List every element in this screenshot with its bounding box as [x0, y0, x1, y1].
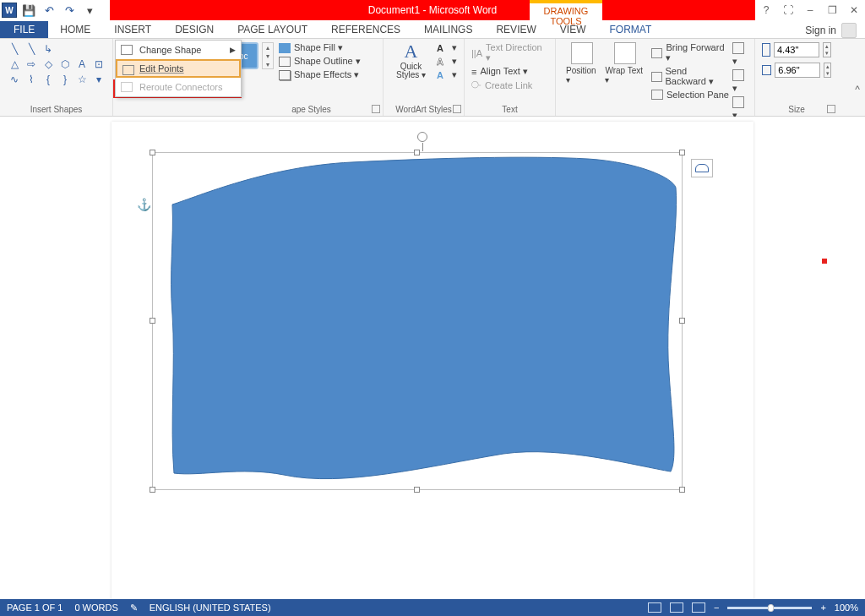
save-button[interactable]: 💾	[20, 2, 37, 19]
text-effects-button[interactable]: A▾	[437, 69, 457, 80]
status-language[interactable]: ENGLISH (UNITED STATES)	[150, 602, 271, 613]
rotate-handle[interactable]	[417, 132, 427, 142]
resize-handle-ne[interactable]	[679, 150, 685, 155]
layout-options-button[interactable]	[691, 159, 713, 177]
quick-styles-button[interactable]: A Quick Styles ▾	[390, 42, 432, 80]
height-spinner[interactable]: ▴▾	[823, 42, 831, 57]
shape-brace-icon[interactable]: {	[41, 73, 56, 86]
position-button[interactable]: Position ▾	[563, 42, 601, 121]
shape-triangle-icon[interactable]: △	[7, 57, 22, 71]
send-backward-icon	[651, 72, 662, 82]
status-words[interactable]: 0 WORDS	[74, 602, 117, 613]
view-web-icon[interactable]	[692, 602, 705, 613]
size-dialog-launcher[interactable]	[827, 105, 835, 113]
group-label-shape-styles: ape Styles	[145, 103, 376, 116]
qat-more-button[interactable]: ▾	[81, 2, 98, 19]
shape-star-icon[interactable]: ☆	[74, 73, 90, 86]
tab-review[interactable]: REVIEW	[484, 21, 547, 38]
width-input[interactable]	[775, 63, 820, 78]
group-button[interactable]: ▾	[732, 69, 748, 94]
text-outline-icon: A	[437, 57, 449, 67]
status-proofing-icon[interactable]: ✎	[130, 602, 138, 613]
shape-line2-icon[interactable]: ╲	[24, 42, 39, 56]
shape-connector-icon[interactable]: ↳	[41, 42, 56, 56]
window-controls: ? ⛶ – ❐ ✕	[755, 0, 865, 20]
shape-arrow-icon[interactable]: ⇨	[24, 57, 39, 71]
shape-diamond-icon[interactable]: ◇	[41, 57, 56, 71]
wordart-dialog-launcher[interactable]	[453, 105, 461, 113]
width-spinner[interactable]: ▴▾	[824, 63, 831, 78]
shape-more-icon[interactable]: ▾	[91, 73, 106, 86]
tab-page-layout[interactable]: PAGE LAYOUT	[226, 21, 319, 38]
undo-button[interactable]: ↶	[41, 2, 57, 19]
view-print-icon[interactable]	[670, 602, 683, 613]
zoom-in-button[interactable]: +	[820, 602, 825, 613]
tab-mailings[interactable]: MAILINGS	[412, 21, 484, 38]
send-backward-button[interactable]: Send Backward ▾	[651, 66, 729, 87]
redo-button[interactable]: ↷	[61, 2, 78, 19]
zoom-thumb[interactable]	[768, 604, 774, 612]
rotate-icon	[732, 96, 744, 108]
shape-callout-icon[interactable]: ⊡	[91, 57, 106, 71]
tab-insert[interactable]: INSERT	[102, 21, 163, 38]
tab-format[interactable]: FORMAT	[597, 21, 663, 38]
resize-handle-s[interactable]	[414, 487, 420, 493]
height-icon	[762, 43, 770, 57]
tab-design[interactable]: DESIGN	[163, 21, 226, 38]
shape-fill-button[interactable]: Shape Fill ▾	[279, 42, 361, 53]
zoom-out-button[interactable]: −	[714, 602, 719, 613]
collapse-ribbon-button[interactable]: ^	[855, 84, 860, 95]
resize-handle-n[interactable]	[414, 150, 420, 155]
selection-pane-icon	[651, 90, 663, 100]
tab-home[interactable]: HOME	[48, 21, 102, 38]
tab-references[interactable]: REFERENCES	[319, 21, 412, 38]
group-label-text: Text	[471, 103, 548, 116]
text-fill-button[interactable]: A▾	[437, 42, 457, 53]
minimize-button[interactable]: –	[802, 4, 818, 16]
ribbon-options-button[interactable]: ⛶	[781, 4, 796, 16]
align-icon	[732, 42, 744, 54]
zoom-slider[interactable]	[727, 607, 812, 609]
shape-oval-icon[interactable]	[74, 42, 90, 56]
resize-handle-sw[interactable]	[150, 487, 155, 493]
restore-button[interactable]: ❐	[824, 4, 840, 16]
align-text-icon: ≡	[471, 67, 476, 77]
shape-roundrect-icon[interactable]	[91, 42, 106, 56]
width-row: ▴▾	[762, 63, 831, 78]
shape-rect-icon[interactable]	[57, 42, 73, 56]
align-text-button[interactable]: ≡Align Text ▾	[471, 66, 548, 77]
shape-styles-dialog-launcher[interactable]	[372, 105, 380, 113]
menu-change-shape[interactable]: Change Shape▶	[116, 41, 241, 59]
shape-text-icon[interactable]: A	[74, 57, 90, 71]
shape-freeform-icon[interactable]: ⌇	[24, 73, 39, 86]
shape-outline-button[interactable]: Shape Outline ▾	[279, 56, 361, 67]
shape-line-icon[interactable]: ╲	[7, 42, 22, 56]
shape-effects-button[interactable]: Shape Effects ▾	[279, 69, 361, 80]
align-button[interactable]: ▾	[732, 42, 748, 67]
sign-in[interactable]: Sign in	[805, 23, 865, 38]
ribbon-tabs: FILE HOME INSERT DESIGN PAGE LAYOUT REFE…	[0, 20, 865, 39]
tab-file[interactable]: FILE	[0, 21, 48, 38]
shape-brace2-icon[interactable]: }	[57, 73, 73, 86]
document-area[interactable]: ⚓	[0, 117, 865, 599]
status-page[interactable]: PAGE 1 OF 1	[7, 602, 63, 613]
resize-handle-se[interactable]	[679, 487, 685, 493]
zoom-level[interactable]: 100%	[835, 602, 858, 613]
shape-hex-icon[interactable]: ⬡	[57, 57, 73, 71]
selection-pane-button[interactable]: Selection Pane	[651, 90, 729, 100]
close-button[interactable]: ✕	[846, 4, 862, 16]
resize-handle-nw[interactable]	[150, 150, 155, 155]
resize-handle-w[interactable]	[150, 318, 155, 324]
menu-edit-points[interactable]: Edit Points	[116, 59, 241, 78]
shapes-gallery[interactable]: ╲ ╲ ↳ △ ⇨ ◇ ⬡ A ⊡ ∿ ⌇ { } ☆ ▾	[7, 42, 106, 86]
bring-forward-button[interactable]: Bring Forward ▾	[651, 42, 729, 63]
style-gallery-more[interactable]: ▴▾▾	[262, 42, 274, 69]
group-wordart-styles: A Quick Styles ▾ A▾ A▾ A▾ WordArt Styles	[384, 39, 465, 116]
help-button[interactable]: ?	[759, 4, 774, 16]
wrap-text-button[interactable]: Wrap Text ▾	[601, 42, 648, 121]
text-outline-button[interactable]: A▾	[437, 56, 457, 67]
view-read-icon[interactable]	[648, 602, 661, 613]
height-input[interactable]	[774, 42, 819, 57]
resize-handle-e[interactable]	[679, 318, 685, 324]
shape-curve-icon[interactable]: ∿	[7, 73, 22, 86]
